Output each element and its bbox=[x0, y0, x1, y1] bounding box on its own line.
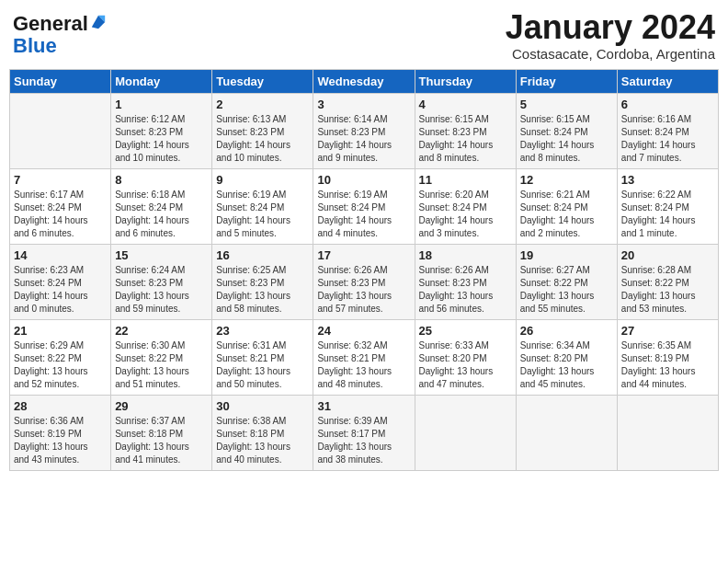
day-cell: 16Sunrise: 6:25 AM Sunset: 8:23 PM Dayli… bbox=[212, 244, 313, 319]
cell-content: Sunrise: 6:36 AM Sunset: 8:19 PM Dayligh… bbox=[14, 415, 107, 466]
cell-content: Sunrise: 6:22 AM Sunset: 8:24 PM Dayligh… bbox=[621, 189, 714, 240]
day-cell: 10Sunrise: 6:19 AM Sunset: 8:24 PM Dayli… bbox=[313, 168, 415, 244]
day-cell: 19Sunrise: 6:27 AM Sunset: 8:22 PM Dayli… bbox=[516, 244, 617, 319]
day-number: 10 bbox=[317, 173, 410, 187]
cell-content: Sunrise: 6:12 AM Sunset: 8:23 PM Dayligh… bbox=[115, 113, 208, 165]
day-cell: 12Sunrise: 6:21 AM Sunset: 8:24 PM Dayli… bbox=[516, 168, 617, 244]
day-number: 11 bbox=[419, 173, 512, 187]
cell-content: Sunrise: 6:17 AM Sunset: 8:24 PM Dayligh… bbox=[14, 189, 107, 240]
header-thursday: Thursday bbox=[415, 69, 516, 93]
day-cell: 15Sunrise: 6:24 AM Sunset: 8:23 PM Dayli… bbox=[111, 244, 212, 319]
logo-blue: Blue bbox=[13, 35, 57, 57]
cell-content: Sunrise: 6:38 AM Sunset: 8:18 PM Dayligh… bbox=[216, 415, 309, 466]
logo: General Blue bbox=[13, 9, 107, 57]
day-cell bbox=[10, 93, 111, 168]
day-cell: 20Sunrise: 6:28 AM Sunset: 8:22 PM Dayli… bbox=[617, 244, 718, 319]
day-number: 14 bbox=[14, 248, 107, 262]
day-cell: 29Sunrise: 6:37 AM Sunset: 8:18 PM Dayli… bbox=[111, 395, 212, 470]
day-cell bbox=[415, 395, 516, 470]
day-number: 12 bbox=[520, 173, 613, 187]
calendar-table: SundayMondayTuesdayWednesdayThursdayFrid… bbox=[9, 69, 719, 471]
day-number: 1 bbox=[115, 98, 208, 111]
day-number: 7 bbox=[14, 173, 107, 187]
header-row: SundayMondayTuesdayWednesdayThursdayFrid… bbox=[10, 69, 719, 93]
week-row-3: 14Sunrise: 6:23 AM Sunset: 8:24 PM Dayli… bbox=[10, 244, 719, 319]
header-sunday: Sunday bbox=[10, 69, 111, 93]
cell-content: Sunrise: 6:28 AM Sunset: 8:22 PM Dayligh… bbox=[621, 264, 714, 316]
cell-content: Sunrise: 6:24 AM Sunset: 8:23 PM Dayligh… bbox=[115, 264, 208, 316]
day-cell: 5Sunrise: 6:15 AM Sunset: 8:24 PM Daylig… bbox=[516, 93, 617, 168]
week-row-4: 21Sunrise: 6:29 AM Sunset: 8:22 PM Dayli… bbox=[10, 319, 719, 395]
day-cell: 25Sunrise: 6:33 AM Sunset: 8:20 PM Dayli… bbox=[415, 319, 516, 395]
day-number: 30 bbox=[216, 399, 309, 413]
cell-content: Sunrise: 6:30 AM Sunset: 8:22 PM Dayligh… bbox=[115, 339, 208, 391]
day-cell: 7Sunrise: 6:17 AM Sunset: 8:24 PM Daylig… bbox=[10, 168, 111, 244]
day-number: 29 bbox=[115, 399, 208, 413]
day-number: 9 bbox=[216, 173, 309, 187]
day-number: 19 bbox=[520, 248, 613, 262]
day-cell: 30Sunrise: 6:38 AM Sunset: 8:18 PM Dayli… bbox=[212, 395, 313, 470]
cell-content: Sunrise: 6:37 AM Sunset: 8:18 PM Dayligh… bbox=[115, 415, 208, 466]
cell-content: Sunrise: 6:34 AM Sunset: 8:20 PM Dayligh… bbox=[520, 339, 613, 391]
day-number: 15 bbox=[115, 248, 208, 262]
day-number: 8 bbox=[115, 173, 208, 187]
cell-content: Sunrise: 6:20 AM Sunset: 8:24 PM Dayligh… bbox=[419, 189, 512, 240]
day-number: 23 bbox=[216, 324, 309, 338]
day-cell bbox=[516, 395, 617, 470]
day-number: 25 bbox=[419, 324, 512, 338]
day-number: 13 bbox=[621, 173, 714, 187]
location: Costasacate, Cordoba, Argentina bbox=[506, 46, 715, 62]
day-cell: 28Sunrise: 6:36 AM Sunset: 8:19 PM Dayli… bbox=[10, 395, 111, 470]
cell-content: Sunrise: 6:27 AM Sunset: 8:22 PM Dayligh… bbox=[520, 264, 613, 316]
header-monday: Monday bbox=[111, 69, 212, 93]
day-cell: 31Sunrise: 6:39 AM Sunset: 8:17 PM Dayli… bbox=[313, 395, 415, 470]
week-row-2: 7Sunrise: 6:17 AM Sunset: 8:24 PM Daylig… bbox=[10, 168, 719, 244]
cell-content: Sunrise: 6:31 AM Sunset: 8:21 PM Dayligh… bbox=[216, 339, 309, 391]
day-number: 5 bbox=[520, 98, 613, 111]
cell-content: Sunrise: 6:15 AM Sunset: 8:23 PM Dayligh… bbox=[419, 113, 512, 165]
cell-content: Sunrise: 6:25 AM Sunset: 8:23 PM Dayligh… bbox=[216, 264, 309, 316]
day-number: 31 bbox=[317, 399, 410, 413]
day-cell: 23Sunrise: 6:31 AM Sunset: 8:21 PM Dayli… bbox=[212, 319, 313, 395]
week-row-5: 28Sunrise: 6:36 AM Sunset: 8:19 PM Dayli… bbox=[10, 395, 719, 470]
cell-content: Sunrise: 6:35 AM Sunset: 8:19 PM Dayligh… bbox=[621, 339, 714, 391]
day-cell: 27Sunrise: 6:35 AM Sunset: 8:19 PM Dayli… bbox=[617, 319, 718, 395]
day-number: 6 bbox=[621, 98, 714, 111]
day-cell bbox=[617, 395, 718, 470]
cell-content: Sunrise: 6:19 AM Sunset: 8:24 PM Dayligh… bbox=[216, 189, 309, 240]
cell-content: Sunrise: 6:13 AM Sunset: 8:23 PM Dayligh… bbox=[216, 113, 309, 165]
header-wednesday: Wednesday bbox=[313, 69, 415, 93]
cell-content: Sunrise: 6:32 AM Sunset: 8:21 PM Dayligh… bbox=[317, 339, 410, 391]
day-cell: 1Sunrise: 6:12 AM Sunset: 8:23 PM Daylig… bbox=[111, 93, 212, 168]
cell-content: Sunrise: 6:15 AM Sunset: 8:24 PM Dayligh… bbox=[520, 113, 613, 165]
day-cell: 24Sunrise: 6:32 AM Sunset: 8:21 PM Dayli… bbox=[313, 319, 415, 395]
day-number: 3 bbox=[317, 98, 410, 111]
cell-content: Sunrise: 6:29 AM Sunset: 8:22 PM Dayligh… bbox=[14, 339, 107, 391]
cell-content: Sunrise: 6:39 AM Sunset: 8:17 PM Dayligh… bbox=[317, 415, 410, 466]
week-row-1: 1Sunrise: 6:12 AM Sunset: 8:23 PM Daylig… bbox=[10, 93, 719, 168]
day-cell: 14Sunrise: 6:23 AM Sunset: 8:24 PM Dayli… bbox=[10, 244, 111, 319]
day-cell: 3Sunrise: 6:14 AM Sunset: 8:23 PM Daylig… bbox=[313, 93, 415, 168]
day-cell: 26Sunrise: 6:34 AM Sunset: 8:20 PM Dayli… bbox=[516, 319, 617, 395]
day-number: 22 bbox=[115, 324, 208, 338]
header-saturday: Saturday bbox=[617, 69, 718, 93]
cell-content: Sunrise: 6:33 AM Sunset: 8:20 PM Dayligh… bbox=[419, 339, 512, 391]
day-cell: 22Sunrise: 6:30 AM Sunset: 8:22 PM Dayli… bbox=[111, 319, 212, 395]
logo-icon bbox=[90, 14, 107, 30]
day-number: 21 bbox=[14, 324, 107, 338]
cell-content: Sunrise: 6:14 AM Sunset: 8:23 PM Dayligh… bbox=[317, 113, 410, 165]
cell-content: Sunrise: 6:18 AM Sunset: 8:24 PM Dayligh… bbox=[115, 189, 208, 240]
cell-content: Sunrise: 6:23 AM Sunset: 8:24 PM Dayligh… bbox=[14, 264, 107, 316]
day-cell: 9Sunrise: 6:19 AM Sunset: 8:24 PM Daylig… bbox=[212, 168, 313, 244]
header-friday: Friday bbox=[516, 69, 617, 93]
cell-content: Sunrise: 6:26 AM Sunset: 8:23 PM Dayligh… bbox=[317, 264, 410, 316]
day-cell: 17Sunrise: 6:26 AM Sunset: 8:23 PM Dayli… bbox=[313, 244, 415, 319]
month-title: January 2024 bbox=[506, 9, 715, 46]
logo-general: General bbox=[13, 13, 88, 35]
day-number: 4 bbox=[419, 98, 512, 111]
title-area: January 2024 Costasacate, Cordoba, Argen… bbox=[506, 9, 715, 62]
cell-content: Sunrise: 6:21 AM Sunset: 8:24 PM Dayligh… bbox=[520, 189, 613, 240]
day-cell: 2Sunrise: 6:13 AM Sunset: 8:23 PM Daylig… bbox=[212, 93, 313, 168]
day-cell: 21Sunrise: 6:29 AM Sunset: 8:22 PM Dayli… bbox=[10, 319, 111, 395]
cell-content: Sunrise: 6:19 AM Sunset: 8:24 PM Dayligh… bbox=[317, 189, 410, 240]
